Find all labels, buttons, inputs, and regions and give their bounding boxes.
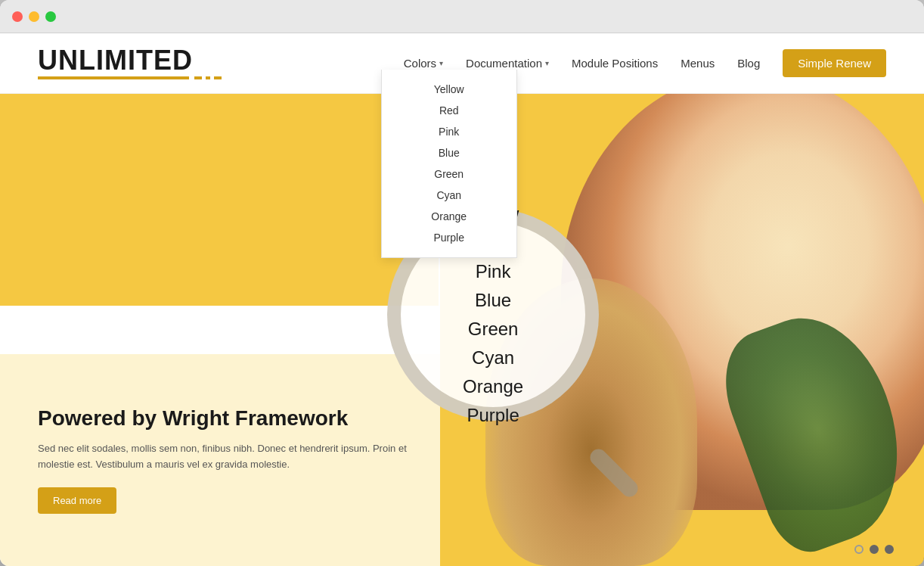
mac-window: UNLIMITED Colors ▾: [0, 0, 924, 566]
documentation-dropdown-arrow: ▾: [545, 59, 549, 67]
close-button[interactable]: [12, 11, 23, 22]
logo-text: UNLIMITED: [38, 47, 222, 74]
hero-text: Powered by Wright Framework Sed nec elit…: [38, 406, 427, 515]
traffic-lights: [12, 11, 56, 22]
nav-item-blog[interactable]: Blog: [737, 57, 760, 70]
dropdown-item-blue[interactable]: Blue: [382, 142, 516, 163]
hero-title: Powered by Wright Framework: [38, 406, 427, 431]
nav-item-colors[interactable]: Colors ▾: [404, 57, 443, 70]
carousel-dots: [854, 545, 894, 554]
colors-dropdown-arrow: ▾: [439, 59, 443, 67]
magnifier-item-cyan: Cyan: [472, 344, 514, 372]
magnifier-item-pink: Pink: [476, 258, 511, 285]
dropdown-item-pink[interactable]: Pink: [382, 121, 516, 142]
colors-dropdown: Yellow Red Pink Blue Green Cyan Orange P…: [381, 70, 517, 258]
navbar: UNLIMITED Colors ▾: [0, 33, 924, 94]
nav-item-menus[interactable]: Menus: [681, 57, 715, 70]
carousel-dot-3[interactable]: [885, 545, 894, 554]
minimize-button[interactable]: [29, 11, 39, 22]
magnifier-item-orange: Orange: [463, 373, 523, 400]
nav-menu: Colors ▾ Yellow Red Pink Blue Green Cyan…: [404, 49, 886, 77]
nav-item-module-positions[interactable]: Module Positions: [572, 57, 658, 70]
dropdown-item-purple[interactable]: Purple: [382, 227, 516, 248]
dropdown-item-green[interactable]: Green: [382, 163, 516, 185]
colors-nav-wrapper: Colors ▾ Yellow Red Pink Blue Green Cyan…: [404, 57, 443, 70]
hero-description: Sed nec elit sodales, mollis sem non, fi…: [38, 441, 427, 473]
simple-renew-button[interactable]: Simple Renew: [783, 49, 886, 77]
magnifier-item-green: Green: [468, 316, 519, 343]
magnifier-item-purple: Purple: [467, 402, 519, 429]
hero-yellow-panel: [0, 94, 439, 306]
dropdown-item-cyan[interactable]: Cyan: [382, 185, 516, 206]
maximize-button[interactable]: [45, 11, 56, 22]
dropdown-item-red[interactable]: Red: [382, 100, 516, 121]
read-more-button[interactable]: Read more: [38, 487, 116, 514]
carousel-dot-1[interactable]: [854, 545, 864, 554]
nav-item-documentation[interactable]: Documentation ▾: [466, 57, 549, 70]
title-bar: [0, 0, 924, 33]
dropdown-item-yellow[interactable]: Yellow: [382, 79, 516, 100]
logo-area: UNLIMITED: [38, 47, 222, 79]
carousel-dot-2[interactable]: [870, 545, 879, 554]
magnifier-item-blue: Blue: [475, 287, 511, 314]
dropdown-item-orange[interactable]: Orange: [382, 206, 516, 227]
browser-content: UNLIMITED Colors ▾: [0, 33, 924, 566]
